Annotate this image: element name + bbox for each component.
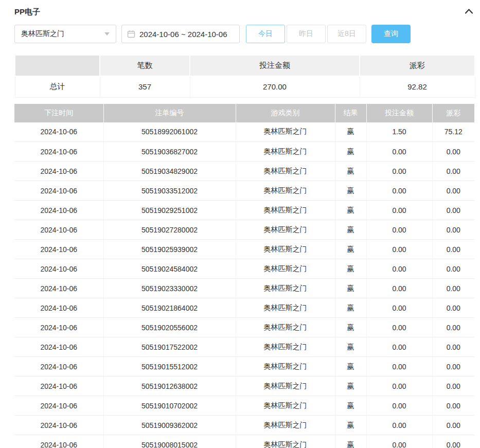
table-cell: 50519036827002 (103, 142, 236, 162)
table-cell: 奥林匹斯之门 (236, 435, 335, 448)
table-cell: 0.00 (432, 435, 474, 448)
table-cell: 0.00 (432, 201, 474, 220)
filter-bar: 奥林匹斯之门 2024-10-06 ~ 2024-10-06 今日 昨日 近8日… (14, 25, 474, 43)
table-cell: 赢 (335, 181, 366, 201)
quick-range-today-button[interactable]: 今日 (246, 25, 285, 43)
table-cell: 0.00 (432, 259, 474, 279)
table-cell: 0.00 (366, 357, 432, 377)
summary-row-label: 总计 (15, 76, 100, 97)
table-cell: 0.00 (432, 298, 474, 318)
table-cell: 2024-10-06 (14, 298, 103, 318)
table-cell: 赢 (335, 337, 366, 357)
table-cell: 赢 (335, 220, 366, 240)
table-row: 2024-10-0650519021864002奥林匹斯之门赢0.000.00 (14, 298, 474, 318)
summary-total-row: 总计 357 270.00 92.82 (15, 76, 475, 97)
table-cell: 奥林匹斯之门 (236, 337, 335, 357)
table-cell: 赢 (335, 279, 366, 298)
table-cell: 0.00 (366, 142, 432, 162)
table-cell: 赢 (335, 298, 366, 318)
table-cell: 2024-10-06 (14, 318, 103, 337)
quick-range-group: 今日 昨日 近8日 (246, 25, 366, 43)
table-row: 2024-10-0650519034829002奥林匹斯之门赢0.000.00 (14, 162, 474, 181)
table-cell: 0.00 (432, 377, 474, 396)
table-cell: 2024-10-06 (14, 181, 103, 201)
summary-col-bet-amount: 投注金额 (190, 55, 360, 76)
table-row: 2024-10-0650519010702002奥林匹斯之门赢0.000.00 (14, 396, 474, 416)
table-cell: 奥林匹斯之门 (236, 396, 335, 416)
table-cell: 50519012638002 (103, 377, 236, 396)
column-header: 投注金额 (366, 104, 432, 122)
summary-col-count: 笔数 (100, 55, 190, 76)
game-select-value: 奥林匹斯之门 (21, 29, 64, 39)
table-row: 2024-10-0650519008015002奥林匹斯之门赢0.000.00 (14, 435, 474, 448)
table-cell: 2024-10-06 (14, 142, 103, 162)
table-cell: 奥林匹斯之门 (236, 357, 335, 377)
summary-bet-amount-value: 270.00 (190, 76, 360, 97)
summary-payout-value: 92.82 (360, 76, 475, 97)
query-button[interactable]: 查询 (371, 25, 411, 43)
table-row: 2024-10-0650519023330002奥林匹斯之门赢0.000.00 (14, 279, 474, 298)
table-row: 2024-10-0650519020556002奥林匹斯之门赢0.000.00 (14, 318, 474, 337)
table-cell: 赢 (335, 357, 366, 377)
date-range-input[interactable]: 2024-10-06 ~ 2024-10-06 (121, 25, 240, 43)
table-cell: 0.00 (366, 220, 432, 240)
table-cell: 0.00 (432, 142, 474, 162)
table-cell: 0.00 (366, 162, 432, 181)
table-row: 2024-10-0650519017522002奥林匹斯之门赢0.000.00 (14, 337, 474, 357)
column-header: 派彩 (432, 104, 474, 122)
table-cell: 0.00 (432, 220, 474, 240)
table-cell: 0.00 (366, 377, 432, 396)
chevron-up-icon (465, 7, 473, 16)
table-cell: 奥林匹斯之门 (236, 240, 335, 259)
table-row: 2024-10-0650518992061002奥林匹斯之门赢1.5075.12 (14, 122, 474, 142)
table-cell: 奥林匹斯之门 (236, 298, 335, 318)
table-cell: 0.00 (366, 259, 432, 279)
summary-header-row: 笔数 投注金额 派彩 (15, 55, 475, 76)
table-cell: 0.00 (432, 240, 474, 259)
table-cell: 2024-10-06 (14, 201, 103, 220)
summary-col-payout: 派彩 (360, 55, 475, 76)
table-cell: 0.00 (366, 318, 432, 337)
table-cell: 0.00 (432, 416, 474, 435)
table-cell: 75.12 (432, 122, 474, 142)
table-cell: 0.00 (366, 181, 432, 201)
table-row: 2024-10-0650519012638002奥林匹斯之门赢0.000.00 (14, 377, 474, 396)
table-cell: 50519017522002 (103, 337, 236, 357)
table-cell: 赢 (335, 142, 366, 162)
table-cell: 50519027280002 (103, 220, 236, 240)
table-cell: 50519010702002 (103, 396, 236, 416)
summary-count-value: 357 (100, 76, 190, 97)
table-cell: 2024-10-06 (14, 435, 103, 448)
table-cell: 赢 (335, 435, 366, 448)
table-cell: 2024-10-06 (14, 396, 103, 416)
table-cell: 赢 (335, 201, 366, 220)
table-row: 2024-10-0650519036827002奥林匹斯之门赢0.000.00 (14, 142, 474, 162)
quick-range-last8days-button[interactable]: 近8日 (327, 25, 366, 43)
table-cell: 2024-10-06 (14, 259, 103, 279)
chevron-down-icon (104, 32, 110, 35)
quick-range-yesterday-button[interactable]: 昨日 (287, 25, 326, 43)
table-cell: 0.00 (432, 318, 474, 337)
collapse-panel-button[interactable] (463, 6, 474, 17)
table-cell: 赢 (335, 122, 366, 142)
panel-title: PP电子 (14, 7, 40, 17)
table-cell: 50519033512002 (103, 181, 236, 201)
table-cell: 50519025939002 (103, 240, 236, 259)
table-cell: 0.00 (432, 279, 474, 298)
table-cell: 2024-10-06 (14, 220, 103, 240)
table-cell: 50519024584002 (103, 259, 236, 279)
table-cell: 奥林匹斯之门 (236, 122, 335, 142)
summary-corner-cell (15, 55, 100, 76)
table-cell: 50519020556002 (103, 318, 236, 337)
table-cell: 2024-10-06 (14, 122, 103, 142)
table-cell: 奥林匹斯之门 (236, 259, 335, 279)
table-cell: 0.00 (432, 357, 474, 377)
table-cell: 赢 (335, 162, 366, 181)
table-cell: 奥林匹斯之门 (236, 318, 335, 337)
pp-games-panel: PP电子 奥林匹斯之门 2024-10-06 ~ 2024-10-06 (0, 0, 480, 448)
table-cell: 50519023330002 (103, 279, 236, 298)
table-cell: 奥林匹斯之门 (236, 142, 335, 162)
table-cell: 赢 (335, 240, 366, 259)
table-row: 2024-10-0650519009362002奥林匹斯之门赢0.000.00 (14, 416, 474, 435)
game-select[interactable]: 奥林匹斯之门 (14, 25, 116, 43)
